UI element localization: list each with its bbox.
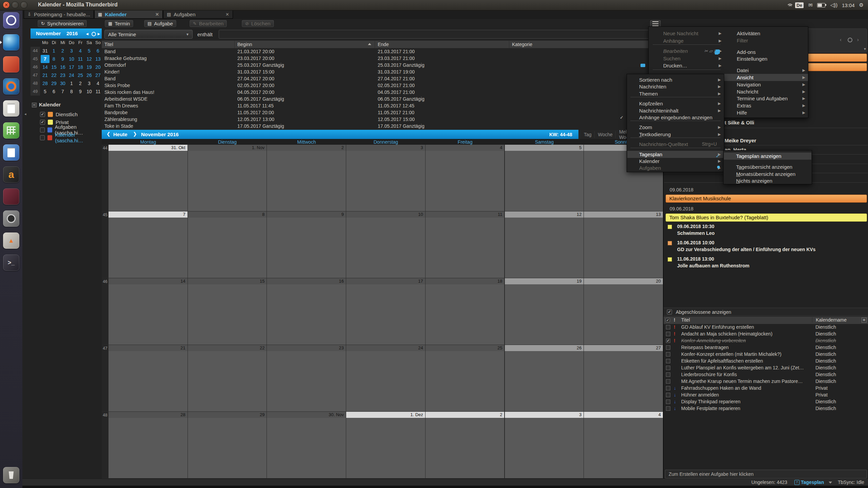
menu-item-tagesübersicht-anzeigen[interactable]: Tagesübersicht anzeigen bbox=[724, 163, 811, 170]
new-event-button[interactable]: ▦ Termin bbox=[104, 20, 134, 27]
month-day-cell[interactable]: 2 bbox=[426, 412, 505, 479]
event-title-partial[interactable]: t Silke & Olli bbox=[725, 120, 754, 125]
menu-item-bearbeiten[interactable]: Bearbeiten✂ ▱ ▯▶ bbox=[649, 47, 724, 55]
menu-item-anhänge[interactable]: Anhänge▶ bbox=[649, 37, 724, 44]
blue-document-app-icon[interactable] bbox=[3, 144, 19, 161]
calendar-list-item[interactable]: ✓Dienstlich bbox=[40, 110, 78, 118]
minimonth-day[interactable]: 9 bbox=[58, 55, 67, 63]
month-day-cell[interactable]: 22 bbox=[188, 345, 267, 412]
minimonth-day[interactable]: 11 bbox=[76, 55, 85, 63]
month-day-cell[interactable]: 15 bbox=[188, 278, 267, 345]
minimonth-day[interactable]: 4 bbox=[94, 79, 102, 87]
tab-close-icon[interactable]: ✕ bbox=[225, 12, 229, 17]
clock[interactable]: 13:04 bbox=[842, 2, 855, 8]
minimonth-day[interactable]: 12 bbox=[85, 55, 94, 63]
minimonth-day[interactable]: 16 bbox=[58, 63, 67, 71]
minimonth-day[interactable]: 3 bbox=[85, 79, 94, 87]
minimonth-day[interactable]: 30 bbox=[58, 79, 67, 87]
event-search-input[interactable] bbox=[219, 30, 661, 39]
task-row[interactable]: Etiketten für Apfelsaftflaschen erstelle… bbox=[664, 358, 868, 365]
task-checkbox[interactable] bbox=[666, 352, 670, 357]
task-row[interactable]: Luther Planspiel an Konfis weitergeben a… bbox=[664, 365, 868, 371]
minimonth-day[interactable]: 29 bbox=[50, 79, 58, 87]
minimonth-day[interactable]: 1 bbox=[50, 47, 58, 55]
menu-item-aufgaben[interactable]: Aufgaben▶ bbox=[627, 164, 724, 171]
tab-kalender[interactable]: ▦ Kalender ✕ bbox=[94, 10, 163, 19]
calendar-checkbox[interactable] bbox=[40, 127, 45, 133]
task-row[interactable]: ↓Mobile Festplatte reparierenDienstlich bbox=[664, 405, 868, 412]
column-picker-icon[interactable]: ▦ bbox=[862, 318, 867, 323]
minimonth-day[interactable]: 22 bbox=[50, 71, 58, 79]
menu-item-kopfzeilen[interactable]: Kopfzeilen▶ bbox=[627, 100, 724, 107]
menu-item-themen[interactable]: Themen▶ bbox=[627, 90, 724, 97]
month-day-cell[interactable]: 4 bbox=[584, 412, 663, 479]
edit-button[interactable]: ✎ Bearbeiten bbox=[189, 20, 227, 27]
task-row[interactable]: !Andacht an Maja schicken (Heimatglocken… bbox=[664, 331, 868, 338]
menu-item-anhänge-eingebunden-anzeigen[interactable]: Anhänge eingebunden anzeigen✓ bbox=[627, 114, 724, 121]
minimonth-day[interactable]: 17 bbox=[67, 63, 76, 71]
minimonth-day[interactable]: 11 bbox=[94, 87, 102, 96]
event-row[interactable]: Braacke Geburtstag23.03.2017 20:0023.03.… bbox=[102, 55, 663, 62]
minimonth-day[interactable]: 4 bbox=[76, 47, 85, 55]
window-close-button[interactable]: ✕ bbox=[3, 1, 10, 8]
minimonth-day[interactable]: 13 bbox=[94, 55, 102, 63]
menu-item-nichts-anzeigen[interactable]: Nichts anzeigen bbox=[724, 177, 811, 184]
task-checkbox[interactable] bbox=[666, 393, 670, 397]
month-day-cell[interactable]: 21 bbox=[108, 345, 188, 412]
pane-today-icon[interactable] bbox=[848, 38, 852, 42]
minimonth-day[interactable]: 23 bbox=[58, 71, 67, 79]
minimonth-day[interactable]: 14 bbox=[41, 63, 50, 71]
minimonth-day[interactable]: 27 bbox=[94, 71, 102, 79]
month-day-cell[interactable]: 19 bbox=[505, 278, 584, 345]
tab-aufgaben[interactable]: ▤ Aufgaben ✕ bbox=[163, 10, 233, 19]
event-filter-dropdown[interactable]: Alle Termine ▼ bbox=[104, 30, 193, 39]
battery-icon[interactable] bbox=[817, 3, 825, 7]
month-day-cell[interactable]: 1. Nov bbox=[188, 145, 267, 211]
menu-item-suchen[interactable]: Suchen▶ bbox=[649, 55, 724, 62]
event-title-partial[interactable]: Meike Dreyer bbox=[725, 138, 756, 143]
minimonth-day[interactable]: 19 bbox=[85, 63, 94, 71]
minimonth-day[interactable]: 2 bbox=[76, 79, 85, 87]
event-row[interactable]: Band27.04.2017 20:0027.04.2017 21:00 bbox=[102, 75, 663, 82]
spreadsheet-app-icon[interactable] bbox=[3, 122, 19, 139]
delete-button[interactable]: ⊘ Löschen bbox=[241, 20, 274, 27]
month-day-cell[interactable]: 2 bbox=[267, 145, 346, 211]
new-task-button[interactable]: ▤ Aufgabe bbox=[144, 20, 177, 27]
collapse-twisty-icon[interactable]: − bbox=[32, 103, 37, 107]
event-column-header[interactable]: Kategorie bbox=[509, 41, 663, 48]
menu-item-tagesplan-anzeigen[interactable]: Tagesplan anzeigen✓ bbox=[724, 152, 811, 160]
menu-item-sortieren-nach[interactable]: Sortieren nach▶ bbox=[627, 76, 724, 83]
menu-item-termine-und-aufgaben[interactable]: Termine und Aufgaben▶ bbox=[724, 95, 808, 102]
calendar-checkbox[interactable]: ✓ bbox=[40, 120, 45, 125]
minimonth-prev-icon[interactable]: ◂ bbox=[86, 31, 88, 36]
task-row[interactable]: ✓!Konfer-Anmeldung vorbereitenDienstlich bbox=[664, 338, 868, 344]
task-checkbox[interactable] bbox=[666, 379, 670, 384]
menu-item-tagesplan[interactable]: Tagesplan▶ bbox=[627, 151, 724, 158]
minimonth-day[interactable]: 7 bbox=[41, 55, 50, 63]
month-day-cell[interactable]: 12 bbox=[505, 211, 584, 278]
trash-icon[interactable] bbox=[3, 467, 19, 483]
minimonth-month[interactable]: November bbox=[36, 30, 61, 36]
minimonth-day[interactable]: 31 bbox=[41, 47, 50, 55]
prev-month-icon[interactable]: ❮ bbox=[106, 131, 111, 137]
menu-item-monatsübersicht-anzeigen[interactable]: Monatsübersicht anzeigen bbox=[724, 170, 811, 178]
amazon-icon[interactable]: a bbox=[3, 166, 19, 183]
minimonth-year[interactable]: 2016 bbox=[66, 30, 78, 36]
menu-item-textkodierung[interactable]: Textkodierung▶ bbox=[627, 131, 724, 138]
task-checkbox[interactable] bbox=[666, 372, 670, 377]
month-day-cell[interactable]: 28 bbox=[108, 412, 188, 479]
month-day-cell[interactable]: 14 bbox=[108, 278, 188, 345]
menu-item-nachrichten[interactable]: Nachrichten▶ bbox=[627, 83, 724, 90]
month-day-cell[interactable]: 26 bbox=[505, 345, 584, 412]
tab-posteingang[interactable]: ⇩ Posteingang - heuballe... bbox=[24, 10, 94, 19]
terminal-app-icon[interactable]: >_ bbox=[3, 255, 19, 271]
session-gear-icon[interactable]: ⚙ bbox=[859, 2, 864, 8]
chevron-down-icon[interactable] bbox=[829, 482, 832, 484]
pane-back-icon[interactable]: ‹ bbox=[840, 37, 842, 42]
month-day-cell[interactable]: 3 bbox=[505, 412, 584, 479]
month-day-cell[interactable]: 1. Dez bbox=[346, 412, 426, 479]
minimonth-day[interactable]: 8 bbox=[50, 55, 58, 63]
task-completed-column-icon[interactable]: ✓ bbox=[666, 318, 670, 322]
calendar-checkbox[interactable]: ✓ bbox=[40, 112, 45, 117]
allday-event-bar[interactable]: Klavierkonzert Musikschule bbox=[666, 195, 867, 203]
